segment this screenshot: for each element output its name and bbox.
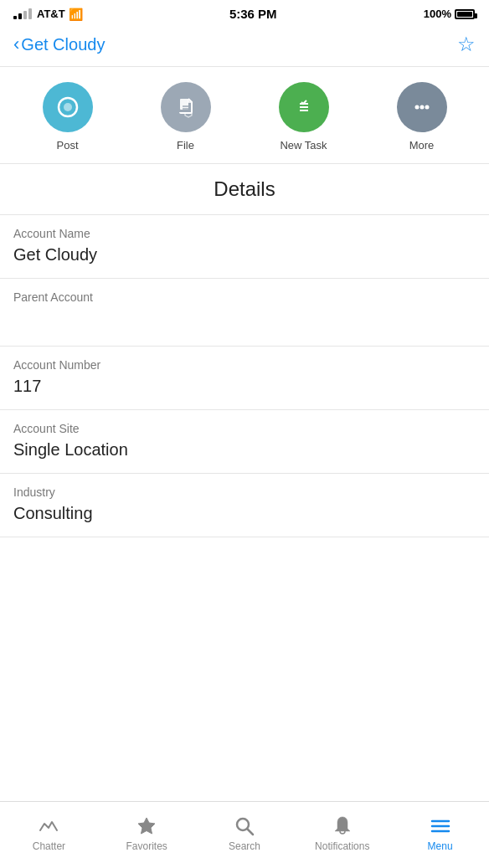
tab-notifications[interactable]: Notifications: [293, 815, 391, 852]
favorites-icon: [136, 815, 157, 837]
tab-chatter-label: Chatter: [33, 840, 65, 852]
tab-notifications-label: Notifications: [315, 840, 369, 852]
tab-chatter[interactable]: Chatter: [0, 815, 98, 852]
svg-rect-2: [180, 99, 188, 110]
notifications-icon: [332, 815, 353, 837]
field-row-4: IndustryConsulting: [0, 474, 489, 537]
field-label-2: Account Number: [13, 358, 476, 372]
chatter-icon: [38, 815, 59, 837]
field-row-0: Account NameGet Cloudy: [0, 215, 489, 279]
tab-bar: Chatter Favorites Search Notifications M…: [0, 801, 489, 868]
menu-icon: [430, 815, 451, 837]
svg-point-9: [414, 105, 419, 110]
bookmark-icon[interactable]: ☆: [457, 33, 476, 56]
field-value-2: 117: [13, 377, 476, 396]
field-label-3: Account Site: [13, 422, 476, 435]
header: ‹ Get Cloudy ☆: [0, 26, 489, 67]
field-value-1: [13, 309, 476, 332]
action-label-post: Post: [56, 139, 78, 152]
tab-menu[interactable]: Menu: [391, 815, 489, 852]
tab-menu-label: Menu: [428, 840, 453, 852]
svg-point-10: [420, 105, 424, 110]
carrier-label: AT&T: [37, 8, 65, 20]
svg-point-11: [425, 105, 429, 110]
action-label-task: New Task: [280, 139, 327, 152]
battery-icon: [455, 9, 476, 19]
tab-favorites[interactable]: Favorites: [98, 815, 196, 852]
action-circle-more: [397, 82, 447, 132]
tab-search[interactable]: Search: [196, 815, 294, 852]
svg-line-14: [247, 829, 253, 835]
status-bar: AT&T 📶 5:36 PM 100%: [0, 0, 489, 26]
action-item-file[interactable]: File: [161, 82, 211, 152]
status-left: AT&T 📶: [13, 8, 83, 21]
status-right: 100%: [424, 8, 476, 20]
more-icon: [410, 95, 434, 119]
action-label-more: More: [409, 139, 435, 152]
back-chevron-icon: ‹: [13, 33, 19, 55]
field-value-0: Get Cloudy: [13, 245, 476, 265]
signal-bars-icon: [13, 8, 32, 19]
field-value-3: Single Location: [13, 440, 476, 460]
field-row-2: Account Number117: [0, 347, 489, 410]
field-row-3: Account SiteSingle Location: [0, 410, 489, 474]
tab-search-label: Search: [229, 840, 260, 852]
fields-container: Account NameGet CloudyParent AccountAcco…: [0, 215, 489, 537]
back-label: Get Cloudy: [21, 35, 105, 54]
action-item-task[interactable]: New Task: [279, 82, 329, 152]
action-row: Post File New Task: [0, 67, 489, 164]
wifi-icon: 📶: [69, 8, 83, 21]
search-icon: [234, 815, 255, 837]
field-label-0: Account Name: [13, 227, 476, 240]
action-circle-file: [161, 82, 211, 132]
action-label-file: File: [177, 139, 194, 152]
field-value-4: Consulting: [13, 504, 476, 523]
action-circle-post: [43, 82, 93, 132]
action-circle-task: [279, 82, 329, 132]
status-time: 5:36 PM: [229, 7, 277, 21]
svg-point-1: [64, 103, 72, 111]
action-item-post[interactable]: Post: [43, 82, 93, 152]
file-icon: [174, 95, 198, 119]
new-task-icon: [292, 95, 316, 119]
action-item-more[interactable]: More: [397, 82, 447, 152]
field-label-1: Parent Account: [13, 290, 476, 304]
battery-percent: 100%: [424, 8, 451, 20]
post-icon: [56, 95, 80, 119]
field-label-4: Industry: [13, 485, 476, 499]
tab-favorites-label: Favorites: [126, 840, 167, 852]
svg-marker-12: [138, 818, 155, 834]
back-button[interactable]: ‹ Get Cloudy: [13, 33, 105, 55]
field-row-1: Parent Account: [0, 279, 489, 347]
details-header: Details: [0, 164, 489, 215]
